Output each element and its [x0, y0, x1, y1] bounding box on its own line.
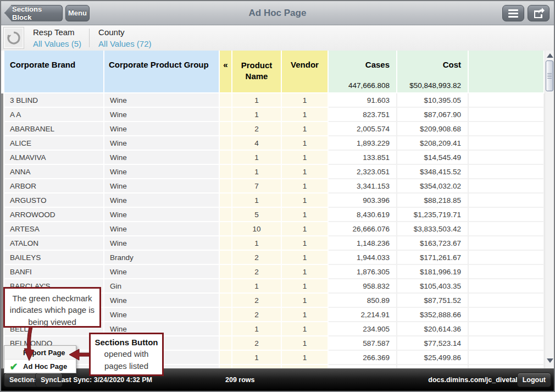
cell-product-name-count[interactable]: 1: [232, 151, 282, 165]
vertical-scrollbar[interactable]: [545, 51, 554, 368]
cell-collapse-spacer[interactable]: [220, 165, 232, 179]
cell-cases-value[interactable]: 587.587: [329, 336, 397, 351]
cell-product-name-count[interactable]: 1: [232, 279, 282, 294]
cell-vendor-count[interactable]: 1: [282, 251, 329, 265]
cell-cases-value[interactable]: 1,944.033: [329, 251, 397, 265]
cell-product-name-count[interactable]: 1: [232, 322, 282, 336]
cell-cost-value[interactable]: $1,235,719.71: [397, 208, 469, 222]
cell-corporate-product-group[interactable]: Wine: [104, 93, 220, 108]
cell-product-name-count[interactable]: 1: [232, 165, 282, 179]
list-menu-button[interactable]: [502, 5, 524, 21]
cell-product-name-count[interactable]: 1: [232, 108, 282, 122]
cell-product-name-count[interactable]: 2: [232, 251, 282, 265]
cell-cost-value[interactable]: $20,614.36: [397, 322, 469, 336]
cell-collapse-spacer[interactable]: [220, 122, 232, 136]
cell-product-name-count[interactable]: 2: [232, 265, 282, 279]
cell-corporate-product-group[interactable]: Wine: [104, 122, 220, 136]
cell-corporate-product-group[interactable]: Wine: [104, 294, 220, 308]
scroll-down-icon[interactable]: [547, 358, 553, 363]
cell-corporate-product-group[interactable]: Wine: [104, 151, 220, 165]
cell-product-name-count[interactable]: 2: [232, 308, 282, 322]
cell-empty-green[interactable]: [469, 279, 545, 294]
cell-cost-value[interactable]: $348,415.52: [397, 165, 469, 179]
cell-cost-value[interactable]: $163,723.67: [397, 236, 469, 251]
cell-empty-green[interactable]: [469, 165, 545, 179]
cell-collapse-spacer[interactable]: [220, 322, 232, 336]
cell-vendor-count[interactable]: 1: [282, 294, 329, 308]
cell-cost-value[interactable]: $209,908.68: [397, 122, 469, 136]
cell-cost-value[interactable]: $354,032.02: [397, 179, 469, 194]
cell-collapse-spacer[interactable]: [220, 179, 232, 194]
filter-county[interactable]: County All Values (72): [98, 26, 159, 49]
cell-collapse-spacer[interactable]: [220, 108, 232, 122]
refresh-button[interactable]: [3, 27, 24, 49]
cell-corporate-brand[interactable]: BANFI: [4, 265, 104, 279]
cell-collapse-spacer[interactable]: [220, 294, 232, 308]
cell-empty-green[interactable]: [469, 265, 545, 279]
cell-empty-green[interactable]: [469, 322, 545, 336]
cell-collapse-spacer[interactable]: [220, 351, 232, 365]
column-header-cases[interactable]: Cases 447,666.808: [329, 51, 397, 93]
cell-corporate-brand[interactable]: ARGUSTO: [4, 194, 104, 208]
cell-cases-value[interactable]: 26,666.076: [329, 222, 397, 236]
cell-vendor-count[interactable]: 1: [282, 194, 329, 208]
cell-cost-value[interactable]: $87,751.52: [397, 294, 469, 308]
cell-corporate-product-group[interactable]: Wine: [104, 194, 220, 208]
cell-corporate-product-group[interactable]: Brandy: [104, 251, 220, 265]
cell-vendor-count[interactable]: 1: [282, 236, 329, 251]
cell-empty-green[interactable]: [469, 179, 545, 194]
collapse-columns-button[interactable]: «: [220, 51, 232, 93]
cell-collapse-spacer[interactable]: [220, 194, 232, 208]
column-header-corporate-brand[interactable]: Corporate Brand: [4, 51, 104, 93]
cell-corporate-brand[interactable]: A A: [4, 108, 104, 122]
cell-corporate-product-group[interactable]: Wine: [104, 108, 220, 122]
cell-vendor-count[interactable]: 1: [282, 136, 329, 151]
cell-product-name-count[interactable]: 1: [232, 194, 282, 208]
cell-cost-value[interactable]: $87,067.90: [397, 108, 469, 122]
cell-vendor-count[interactable]: 1: [282, 336, 329, 351]
column-header-product-name[interactable]: Product Name: [232, 51, 282, 93]
cell-empty-green[interactable]: [469, 222, 545, 236]
cell-corporate-brand[interactable]: ARBOR: [4, 179, 104, 194]
scrollbar-thumb[interactable]: [546, 60, 553, 91]
cell-empty-green[interactable]: [469, 108, 545, 122]
cell-collapse-spacer[interactable]: [220, 236, 232, 251]
cell-cases-value[interactable]: 903.396: [329, 194, 397, 208]
cell-cases-value[interactable]: 266.369: [329, 351, 397, 365]
cell-vendor-count[interactable]: 1: [282, 122, 329, 136]
cell-product-name-count[interactable]: 1: [232, 236, 282, 251]
cell-corporate-product-group[interactable]: Wine: [104, 136, 220, 151]
cell-empty-green[interactable]: [469, 151, 545, 165]
cell-empty-green[interactable]: [469, 336, 545, 351]
cell-product-name-count[interactable]: 10: [232, 222, 282, 236]
column-header-cost[interactable]: Cost $50,848,993.82: [397, 51, 469, 93]
cell-empty-green[interactable]: [469, 308, 545, 322]
cell-corporate-brand[interactable]: ABARBANEL: [4, 122, 104, 136]
cell-collapse-spacer[interactable]: [220, 336, 232, 351]
cell-vendor-count[interactable]: 1: [282, 108, 329, 122]
cell-vendor-count[interactable]: 1: [282, 351, 329, 365]
cell-cases-value[interactable]: 133.851: [329, 151, 397, 165]
cell-empty-green[interactable]: [469, 194, 545, 208]
column-header-corporate-product-group[interactable]: Corporate Product Group: [104, 51, 220, 93]
cell-vendor-count[interactable]: 1: [282, 222, 329, 236]
cell-vendor-count[interactable]: 1: [282, 179, 329, 194]
cell-cost-value[interactable]: $105,403.35: [397, 279, 469, 294]
cell-product-name-count[interactable]: 2: [232, 294, 282, 308]
cell-collapse-spacer[interactable]: [220, 93, 232, 108]
cell-corporate-brand[interactable]: ARTESA: [4, 222, 104, 236]
cell-cases-value[interactable]: 958.832: [329, 279, 397, 294]
cell-corporate-product-group[interactable]: Wine: [104, 308, 220, 322]
cell-vendor-count[interactable]: 1: [282, 93, 329, 108]
cell-cost-value[interactable]: $25,499.86: [397, 351, 469, 365]
cell-cost-value[interactable]: $10,395.05: [397, 93, 469, 108]
cell-product-name-count[interactable]: 1: [232, 351, 282, 365]
cell-vendor-count[interactable]: 1: [282, 265, 329, 279]
cell-product-name-count[interactable]: 5: [232, 208, 282, 222]
cell-product-name-count[interactable]: 2: [232, 336, 282, 351]
cell-cost-value[interactable]: $77,523.14: [397, 336, 469, 351]
column-header-vendor[interactable]: Vendor: [282, 51, 329, 93]
cell-corporate-product-group[interactable]: Wine: [104, 179, 220, 194]
cell-cases-value[interactable]: 91.603: [329, 93, 397, 108]
cell-cases-value[interactable]: 8,430.619: [329, 208, 397, 222]
